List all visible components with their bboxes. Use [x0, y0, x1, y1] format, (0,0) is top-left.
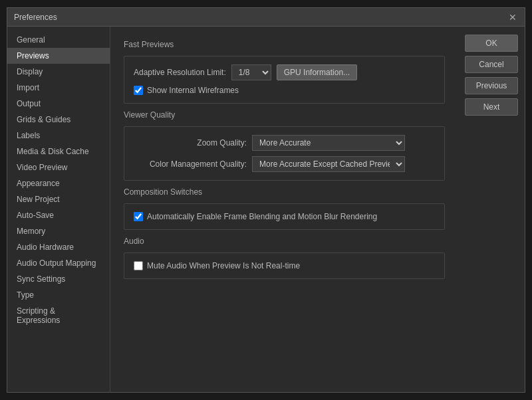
- title-bar: Preferences ✕: [7, 8, 525, 27]
- buttons-column: OK Cancel Previous Next: [458, 27, 525, 392]
- sidebar-item-memory[interactable]: Memory: [7, 223, 110, 239]
- viewer-quality-section: Zoom Quality: More Accurate Faster Color…: [124, 126, 445, 181]
- color-management-label: Color Management Quality:: [134, 159, 247, 169]
- dialog-title: Preferences: [14, 13, 57, 22]
- sidebar-item-video-preview[interactable]: Video Preview: [7, 159, 110, 175]
- sidebar-item-scripting---expressions[interactable]: Scripting & Expressions: [7, 303, 110, 328]
- dialog-body: GeneralPreviewsDisplayImportOutputGrids …: [7, 27, 525, 392]
- sidebar-item-new-project[interactable]: New Project: [7, 191, 110, 207]
- sidebar-item-previews[interactable]: Previews: [7, 48, 110, 64]
- mute-audio-row: Mute Audio When Preview Is Not Real-time: [134, 261, 435, 270]
- audio-section: Mute Audio When Preview Is Not Real-time: [124, 252, 445, 279]
- previous-button[interactable]: Previous: [465, 77, 518, 94]
- sidebar-item-labels[interactable]: Labels: [7, 128, 110, 144]
- audio-title: Audio: [124, 237, 445, 246]
- sidebar-item-auto-save[interactable]: Auto-Save: [7, 207, 110, 223]
- fast-previews-section: Adaptive Resolution Limit: 1/8 1/4 1/2 G…: [124, 56, 445, 104]
- gpu-info-button[interactable]: GPU Information...: [277, 64, 357, 80]
- mute-audio-label: Mute Audio When Preview Is Not Real-time: [147, 261, 300, 270]
- viewer-quality-title: Viewer Quality: [124, 110, 445, 120]
- color-management-select[interactable]: More Accurate Except Cached Preview More…: [252, 156, 405, 172]
- sidebar-item-output[interactable]: Output: [7, 96, 110, 112]
- sidebar-item-general[interactable]: General: [7, 32, 110, 48]
- next-button[interactable]: Next: [465, 98, 518, 116]
- auto-enable-label: Automatically Enable Frame Blending and …: [147, 212, 377, 221]
- fast-previews-title: Fast Previews: [124, 40, 445, 49]
- zoom-quality-select[interactable]: More Accurate Faster: [252, 135, 405, 151]
- adaptive-resolution-row: Adaptive Resolution Limit: 1/8 1/4 1/2 G…: [134, 64, 435, 80]
- sidebar-item-display[interactable]: Display: [7, 64, 110, 80]
- show-wireframes-checkbox[interactable]: [134, 86, 143, 95]
- sidebar-item-grids---guides[interactable]: Grids & Guides: [7, 112, 110, 128]
- composition-switches-title: Composition Switches: [124, 187, 445, 197]
- close-button[interactable]: ✕: [507, 12, 518, 23]
- sidebar-item-appearance[interactable]: Appearance: [7, 175, 110, 191]
- auto-enable-checkbox[interactable]: [134, 212, 143, 221]
- sidebar-item-type[interactable]: Type: [7, 287, 110, 303]
- show-wireframes-row: Show Internal Wireframes: [134, 86, 435, 95]
- mute-audio-checkbox[interactable]: [134, 261, 143, 270]
- sidebar-item-audio-output-mapping[interactable]: Audio Output Mapping: [7, 255, 110, 271]
- sidebar-item-audio-hardware[interactable]: Audio Hardware: [7, 239, 110, 255]
- sidebar: GeneralPreviewsDisplayImportOutputGrids …: [7, 27, 110, 392]
- sidebar-item-sync-settings[interactable]: Sync Settings: [7, 271, 110, 287]
- preferences-dialog: Preferences ✕ GeneralPreviewsDisplayImpo…: [7, 7, 525, 393]
- zoom-quality-row: Zoom Quality: More Accurate Faster: [134, 135, 435, 151]
- auto-enable-row: Automatically Enable Frame Blending and …: [134, 212, 435, 221]
- content-area: Fast Previews Adaptive Resolution Limit:…: [110, 27, 458, 392]
- sidebar-item-media---disk-cache[interactable]: Media & Disk Cache: [7, 144, 110, 159]
- sidebar-item-import[interactable]: Import: [7, 80, 110, 96]
- zoom-quality-label: Zoom Quality:: [134, 138, 247, 148]
- cancel-button[interactable]: Cancel: [465, 56, 518, 73]
- ok-button[interactable]: OK: [465, 35, 518, 52]
- color-management-row: Color Management Quality: More Accurate …: [134, 156, 435, 172]
- show-wireframes-label: Show Internal Wireframes: [147, 86, 239, 95]
- adaptive-resolution-label: Adaptive Resolution Limit:: [134, 68, 226, 77]
- adaptive-resolution-select[interactable]: 1/8 1/4 1/2: [231, 64, 271, 80]
- composition-switches-section: Automatically Enable Frame Blending and …: [124, 203, 445, 230]
